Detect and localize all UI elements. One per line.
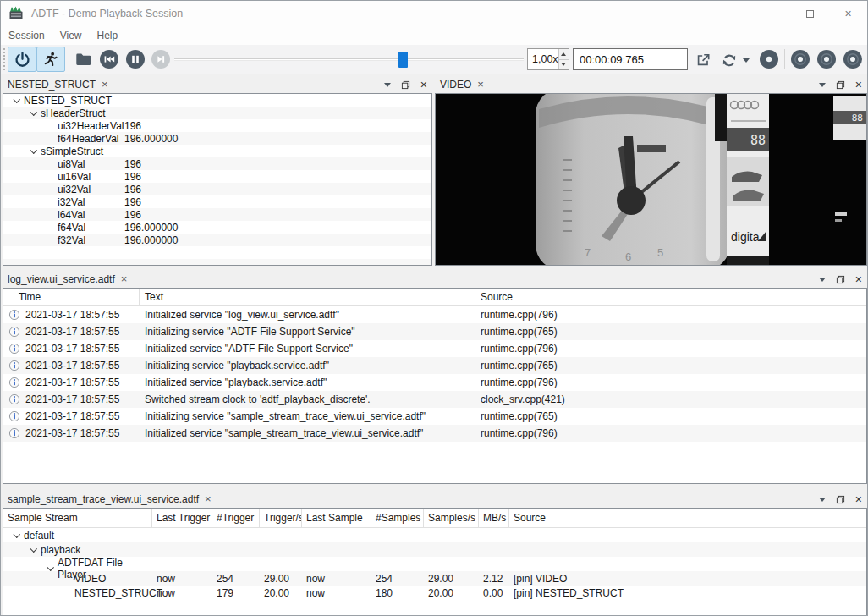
loop-options-dropdown[interactable]	[742, 57, 750, 63]
panel-menu-icon[interactable]	[819, 498, 826, 502]
column-header-text[interactable]: Text	[140, 289, 475, 305]
tree-row[interactable]: f32Val 196.000000	[3, 234, 431, 246]
column-header-last-sample[interactable]: Last Sample	[302, 509, 371, 527]
tab-close-icon[interactable]: ×	[205, 494, 212, 504]
column-header-num-trigger[interactable]: #Trigger	[212, 509, 260, 527]
tree-row[interactable]: ui16Val 196	[3, 170, 431, 183]
trigger-rate-value: 20.00	[260, 587, 302, 599]
log-row[interactable]: 2021-03-17 18:57:55 Initialized service …	[3, 425, 866, 442]
expander-icon[interactable]	[44, 566, 58, 571]
tree-label: i64Val	[58, 209, 85, 221]
loop-playback-button[interactable]	[719, 50, 739, 70]
tree-row[interactable]: i64Val 196	[3, 208, 431, 221]
external-link-icon	[695, 52, 711, 69]
video-frame: 7 6 5 88	[435, 93, 867, 266]
tree-row[interactable]: f64Val 196.000000	[3, 221, 431, 234]
column-header-source[interactable]: Source	[475, 289, 866, 305]
pause-icon	[126, 50, 145, 69]
init-session-button[interactable]	[8, 47, 36, 72]
time-display[interactable]: 00:00:09:765	[573, 48, 688, 70]
tab-trace-view[interactable]: sample_stream_trace_view.ui_service.adtf…	[3, 493, 215, 505]
log-table-header: Time Text Source	[3, 289, 866, 306]
trace-row[interactable]: playback	[3, 542, 866, 557]
marker-previous-button[interactable]	[817, 50, 836, 69]
speed-decrease-button[interactable]	[559, 60, 569, 70]
tab-close-icon[interactable]: ×	[477, 80, 484, 90]
menu-help[interactable]: Help	[90, 27, 126, 44]
jump-to-start-button[interactable]	[100, 50, 118, 69]
chevron-down-icon	[743, 58, 750, 63]
panel-close-icon[interactable]: ×	[855, 274, 862, 284]
detach-button[interactable]	[694, 51, 712, 69]
tab-nested-struct[interactable]: NESTED_STRUCT ×	[3, 79, 112, 91]
marker-rewind-button[interactable]	[791, 50, 810, 69]
tab-video[interactable]: VIDEO ×	[435, 79, 487, 91]
column-header-num-samples[interactable]: #Samples	[371, 509, 424, 527]
log-row[interactable]: 2021-03-17 18:57:55 Switched stream cloc…	[3, 391, 866, 408]
tree-row[interactable]: sHeaderStruct	[3, 107, 431, 119]
column-header-sample-stream[interactable]: Sample Stream	[3, 509, 152, 527]
tree-row[interactable]: sSimpleStruct	[3, 145, 431, 157]
column-header-last-trigger[interactable]: Last Trigger	[152, 509, 212, 527]
column-header-mb-s[interactable]: MB/s	[479, 509, 509, 527]
tree-row[interactable]: ui8Val 196	[3, 157, 431, 170]
tree-row[interactable]: ui32Val 196	[3, 183, 431, 195]
tree-row[interactable]: ui32HeaderVal 196	[3, 119, 431, 132]
pause-button[interactable]	[126, 50, 145, 69]
expander-icon[interactable]	[27, 149, 41, 154]
log-row[interactable]: 2021-03-17 18:57:55 Initialized service …	[3, 306, 866, 323]
trace-row[interactable]: NESTED_STRUCT now 179 20.00 now 180 20.0…	[3, 586, 866, 600]
speed-value[interactable]: 1,00x	[528, 53, 558, 65]
tree-label: ui8Val	[58, 158, 85, 170]
tab-close-icon[interactable]: ×	[121, 274, 128, 284]
tab-close-icon[interactable]: ×	[102, 80, 108, 90]
log-row[interactable]: 2021-03-17 18:57:55 Initializing service…	[3, 408, 866, 425]
maximize-button[interactable]	[791, 1, 829, 26]
timeline-slider[interactable]	[174, 52, 524, 68]
toolbar-drag-handle[interactable]	[3, 48, 5, 70]
slider-handle[interactable]	[398, 52, 408, 68]
float-panel-icon[interactable]	[836, 275, 845, 284]
panel-menu-icon[interactable]	[819, 83, 826, 87]
expander-icon[interactable]	[27, 111, 41, 116]
close-button[interactable]: ×	[829, 1, 867, 26]
set-marker-button[interactable]	[760, 50, 778, 69]
column-header-samples-s[interactable]: Samples/s	[424, 509, 479, 527]
panel-menu-icon[interactable]	[819, 278, 826, 282]
run-session-button[interactable]	[36, 47, 65, 72]
expander-icon[interactable]	[27, 547, 41, 553]
tree-row[interactable]: NESTED_STRUCT	[3, 94, 431, 107]
step-forward-button[interactable]	[151, 50, 170, 69]
speed-increase-button[interactable]	[559, 49, 569, 60]
tree-row[interactable]: f64HeaderVal 196.000000	[3, 132, 431, 145]
trace-row[interactable]: ADTFDAT File Player	[3, 557, 866, 571]
log-row[interactable]: 2021-03-17 18:57:55 Initialized service …	[3, 374, 866, 391]
log-row[interactable]: 2021-03-17 18:57:55 Initializing service…	[3, 357, 866, 374]
marker-next-button[interactable]	[843, 50, 862, 69]
float-panel-icon[interactable]	[401, 80, 410, 90]
menu-view[interactable]: View	[52, 27, 90, 44]
tab-log-view[interactable]: log_view.ui_service.adtf ×	[3, 273, 130, 285]
panel-menu-icon[interactable]	[384, 83, 391, 87]
last-trigger-value: now	[152, 573, 212, 585]
power-icon	[14, 51, 31, 69]
minimize-button[interactable]	[753, 1, 791, 26]
open-file-button[interactable]	[72, 48, 96, 70]
log-panel: log_view.ui_service.adtf × × Time Text S…	[3, 271, 867, 484]
panel-close-icon[interactable]: ×	[855, 80, 862, 90]
menu-session[interactable]: Session	[1, 27, 52, 44]
float-panel-icon[interactable]	[836, 80, 845, 90]
log-row[interactable]: 2021-03-17 18:57:55 Initialized service …	[3, 340, 866, 357]
tree-row[interactable]: i32Val 196	[3, 195, 431, 208]
expander-icon[interactable]	[10, 98, 24, 103]
float-panel-icon[interactable]	[836, 495, 845, 504]
expander-icon[interactable]	[10, 533, 24, 538]
log-row[interactable]: 2021-03-17 18:57:55 Initializing service…	[3, 323, 866, 340]
trace-row[interactable]: VIDEO now 254 29.00 now 254 29.00 2.12 […	[3, 571, 866, 586]
column-header-time[interactable]: Time	[3, 289, 140, 305]
trace-row[interactable]: default	[3, 528, 866, 542]
column-header-trigger-s[interactable]: Trigger/s	[260, 509, 302, 527]
panel-close-icon[interactable]: ×	[420, 80, 427, 90]
column-header-source[interactable]: Source	[509, 509, 866, 527]
panel-close-icon[interactable]: ×	[855, 494, 862, 504]
